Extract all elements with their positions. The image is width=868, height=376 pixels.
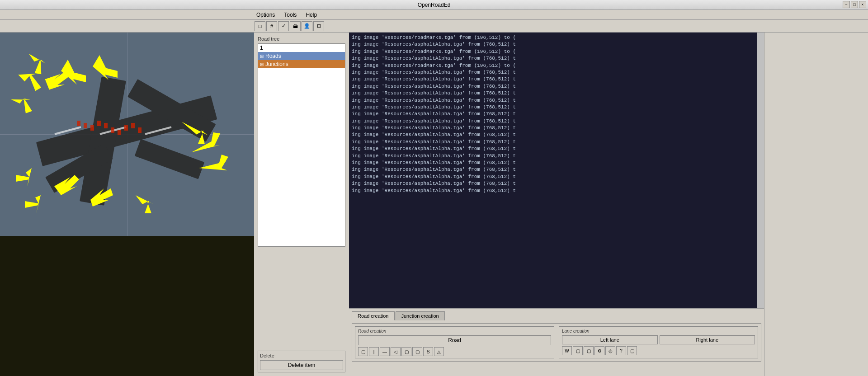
close-button[interactable]: × xyxy=(859,1,866,8)
svg-rect-29 xyxy=(124,125,128,131)
log-line: ing image 'Resources/asphaltAlpha.tga' f… xyxy=(352,104,754,111)
log-line: ing image 'Resources/asphaltAlpha.tga' f… xyxy=(352,55,754,62)
log-line: ing image 'Resources/asphaltAlpha.tga' f… xyxy=(352,97,754,104)
svg-rect-24 xyxy=(90,125,94,131)
log-line: ing image 'Resources/asphaltAlpha.tga' f… xyxy=(352,125,754,132)
road-creation-group: Road creation Road ▢ | — ◁ ▢ ▢ S △ xyxy=(355,326,554,358)
svg-rect-30 xyxy=(131,123,135,128)
log-line: ing image 'Resources/asphaltAlpha.tga' f… xyxy=(352,132,754,138)
log-line: ing image 'Resources/asphaltAlpha.tga' f… xyxy=(352,174,754,180)
log-line: ing image 'Resources/roadMarks.tga' from… xyxy=(352,62,754,69)
log-line: ing image 'Resources/asphaltAlpha.tga' f… xyxy=(352,69,754,76)
scene-svg xyxy=(0,33,254,236)
lane-icon-w[interactable]: W xyxy=(562,346,572,355)
lane-icon-2[interactable]: ▢ xyxy=(584,346,594,355)
lane-creation-label: Lane creation xyxy=(562,329,755,334)
svg-rect-23 xyxy=(84,123,87,128)
toolbar-btn-image[interactable]: 🏔 xyxy=(290,21,301,31)
log-line: ing image 'Resources/asphaltAlpha.tga' f… xyxy=(352,139,754,146)
log-scrollbar[interactable] xyxy=(757,33,764,308)
log-line: ing image 'Resources/asphaltAlpha.tga' f… xyxy=(352,153,754,160)
lane-icon-3[interactable]: ▢ xyxy=(627,346,637,355)
log-line: ing image 'Resources/asphaltAlpha.tga' f… xyxy=(352,76,754,83)
toolbar: □ # ✓ 🏔 👤 ⊞ xyxy=(0,20,868,33)
svg-marker-21 xyxy=(25,195,41,213)
toolbar-btn-hash[interactable]: # xyxy=(266,21,277,31)
titlebar: OpenRoadEd − □ × xyxy=(0,0,868,10)
tabs: Road creation Junction creation xyxy=(352,311,761,320)
log-line: ing image 'Resources/asphaltAlpha.tga' f… xyxy=(352,146,754,152)
svg-marker-12 xyxy=(93,55,118,80)
delete-group-label: Delete xyxy=(260,353,343,358)
delete-group: Delete Delete item xyxy=(258,351,345,372)
log-line: ing image 'Resources/asphaltAlpha.tga' f… xyxy=(352,41,754,48)
road-icon-6[interactable]: S xyxy=(423,347,433,356)
lane-creation-group: Lane creation Left lane Right lane W ▢ ▢… xyxy=(559,326,758,358)
road-icon-4[interactable]: ▢ xyxy=(401,347,411,356)
svg-rect-27 xyxy=(111,127,114,133)
tree-expand-roads: ⊞ xyxy=(260,54,264,59)
svg-marker-10 xyxy=(26,54,47,75)
far-right-panel xyxy=(764,33,868,376)
road-icon-0[interactable]: ▢ xyxy=(358,347,368,356)
log-line: ing image 'Resources/roadMarks.tga' from… xyxy=(352,34,754,41)
tree-expand-junctions: ⊞ xyxy=(260,62,264,67)
svg-rect-7 xyxy=(135,139,205,179)
lane-icon-circle[interactable]: ◎ xyxy=(605,346,615,355)
log-line: ing image 'Resources/asphaltAlpha.tga' f… xyxy=(352,111,754,118)
titlebar-title: OpenRoadEd xyxy=(418,2,451,8)
toolbar-btn-user[interactable]: 👤 xyxy=(302,21,312,31)
log-area: ing image 'Resources/roadMarks.tga' from… xyxy=(349,33,764,308)
road-creation-label: Road creation xyxy=(358,329,551,334)
toolbar-btn-0[interactable]: □ xyxy=(255,21,265,31)
road-icon-5[interactable]: ▢ xyxy=(412,347,422,356)
lane-icon-buttons: W ▢ ▢ ⚙ ◎ ? ▢ xyxy=(562,346,755,355)
road-tree-label: Road tree xyxy=(258,36,345,42)
toolbar-btn-grid[interactable]: ⊞ xyxy=(313,21,324,31)
restore-button[interactable]: □ xyxy=(851,1,858,8)
menu-tools[interactable]: Tools xyxy=(282,11,298,19)
road-icon-7[interactable]: △ xyxy=(434,347,444,356)
bottom-controls: Road creation Junction creation Road cre… xyxy=(349,308,764,376)
svg-marker-9 xyxy=(11,93,34,116)
lane-icon-gear[interactable]: ⚙ xyxy=(594,346,604,355)
main-layout: Road tree 1 ⊞ Roads ⊞ Junctions Delete D… xyxy=(0,33,868,376)
right-lane-button[interactable]: Right lane xyxy=(660,335,755,344)
svg-rect-22 xyxy=(77,121,80,126)
minimize-button[interactable]: − xyxy=(843,1,850,8)
road-button[interactable]: Road xyxy=(358,335,551,345)
center-panel: Road tree 1 ⊞ Roads ⊞ Junctions Delete D… xyxy=(254,33,349,376)
left-lane-button[interactable]: Left lane xyxy=(562,335,658,344)
tab-content: Road creation Road ▢ | — ◁ ▢ ▢ S △ xyxy=(352,323,761,362)
toolbar-btn-check[interactable]: ✓ xyxy=(278,21,289,31)
road-tree-box[interactable]: 1 ⊞ Roads ⊞ Junctions xyxy=(258,43,345,247)
road-icon-2[interactable]: — xyxy=(380,347,390,356)
tree-item-roads[interactable]: ⊞ Roads xyxy=(258,52,345,60)
log-line: ing image 'Resources/roadMarks.tga' from… xyxy=(352,48,754,55)
svg-rect-28 xyxy=(118,130,121,135)
log-line: ing image 'Resources/asphaltAlpha.tga' f… xyxy=(352,90,754,97)
tab-junction-creation[interactable]: Junction creation xyxy=(396,311,445,320)
tree-item-junctions[interactable]: ⊞ Junctions xyxy=(258,60,345,68)
road-icon-3[interactable]: ◁ xyxy=(391,347,401,356)
viewport-3d[interactable] xyxy=(0,33,254,236)
svg-rect-31 xyxy=(138,127,142,133)
titlebar-controls: − □ × xyxy=(843,1,866,8)
road-icon-buttons: ▢ | — ◁ ▢ ▢ S △ xyxy=(358,347,551,356)
log-line: ing image 'Resources/asphaltAlpha.tga' f… xyxy=(352,188,754,194)
viewport[interactable] xyxy=(0,33,254,376)
lane-icon-question[interactable]: ? xyxy=(616,346,626,355)
svg-marker-19 xyxy=(136,195,154,213)
svg-rect-26 xyxy=(104,123,108,128)
tab-road-creation[interactable]: Road creation xyxy=(352,311,395,320)
lane-icon-1[interactable]: ▢ xyxy=(573,346,583,355)
svg-rect-25 xyxy=(97,121,101,126)
log-line: ing image 'Resources/asphaltAlpha.tga' f… xyxy=(352,83,754,90)
right-panel: ing image 'Resources/roadMarks.tga' from… xyxy=(349,33,764,376)
delete-item-button[interactable]: Delete item xyxy=(260,360,343,370)
menu-help[interactable]: Help xyxy=(304,11,319,19)
menu-options[interactable]: Options xyxy=(255,11,277,19)
menubar: Options Tools Help xyxy=(0,10,868,20)
road-tree-container: Road tree 1 ⊞ Roads ⊞ Junctions xyxy=(258,36,345,348)
road-icon-1[interactable]: | xyxy=(369,347,379,356)
